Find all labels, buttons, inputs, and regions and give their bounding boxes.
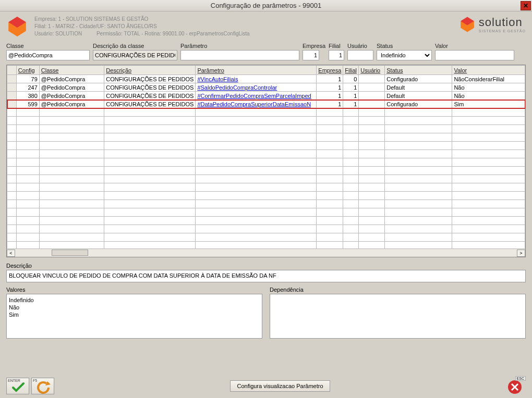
valor-input[interactable] [435, 50, 514, 60]
cell-config: 599 [16, 100, 39, 108]
cell-empresa: 1 [317, 75, 343, 83]
cell-filial: 1 [343, 92, 359, 100]
header-perm: Permissão: TOTAL - Rotina: 99001.00 - er… [96, 31, 250, 36]
app-logo-icon [6, 16, 28, 38]
row-selector[interactable] [7, 83, 17, 92]
cell-usuario [359, 100, 385, 108]
param-link[interactable]: #ConfirmarPedidoCompraSemParcelaImped [197, 93, 311, 99]
param-input[interactable] [180, 50, 299, 60]
table-row[interactable] [7, 150, 525, 158]
table-row[interactable] [7, 108, 525, 117]
filial-input[interactable] [329, 50, 344, 60]
table-row[interactable] [7, 167, 525, 175]
list-item[interactable]: Sim [9, 311, 260, 318]
classe-input[interactable] [6, 50, 90, 60]
row-selector[interactable] [7, 75, 17, 83]
horizontal-scrollbar[interactable]: < > [7, 248, 525, 257]
scroll-thumb[interactable] [52, 250, 88, 256]
dependencia-label: Dependência [270, 287, 526, 293]
cell-desc: CONFIGURAÇÕES DE PEDIDOS [104, 75, 196, 83]
table-row[interactable] [7, 158, 525, 167]
configura-visualizacao-button[interactable]: Configura visualizacao Parâmetro [230, 380, 330, 392]
window-title: Configuração de parâmetros - 99001 [211, 2, 321, 9]
header-area: Empresa: 1 - SOLUTION SISTEMAS E GESTÃO … [0, 11, 532, 40]
cell-status: Default [385, 83, 452, 92]
table-row[interactable] [7, 208, 525, 217]
cell-config: 79 [16, 75, 39, 83]
grid-header-filial[interactable]: Filial [343, 66, 359, 75]
cell-empresa: 1 [317, 100, 343, 108]
footer: ENTER F5 Configura visualizacao Parâmetr… [0, 377, 532, 395]
grid[interactable]: ConfigClasseDescriçãoParâmetroEmpresaFil… [6, 65, 526, 257]
empresa-input[interactable] [303, 50, 319, 60]
valores-panel[interactable]: IndefinidoNãoSim [6, 294, 262, 339]
table-row[interactable]: 380@PedidoCompraCONFIGURAÇÕES DE PEDIDOS… [7, 92, 525, 100]
grid-header-config[interactable]: Config [16, 66, 39, 75]
list-item[interactable]: Indefinido [9, 296, 260, 304]
table-row[interactable] [7, 200, 525, 208]
usuario-label: Usuário [347, 43, 373, 49]
param-link[interactable]: #DataPedidoCompraSuperiorDataEmissaoN [197, 101, 311, 107]
table-row[interactable] [7, 233, 525, 242]
param-link[interactable]: #SaldoPedidoCompraControlar [197, 84, 277, 91]
grid-header-usuario[interactable]: Usuário [359, 66, 385, 75]
table-row[interactable] [7, 133, 525, 142]
table-row[interactable] [7, 217, 525, 225]
table-row[interactable] [7, 175, 525, 183]
enter-button[interactable]: ENTER [6, 378, 29, 394]
cell-status: Configurado [385, 75, 452, 83]
status-select[interactable]: IndefinidoConfiguradoDefault [377, 50, 432, 60]
cell-filial: 1 [343, 83, 359, 92]
brand-name: solution [479, 16, 526, 29]
grid-header-param[interactable]: Parâmetro [196, 66, 317, 75]
row-selector[interactable] [7, 92, 17, 100]
table-row[interactable]: 79@PedidoCompraCONFIGURAÇÕES DE PEDIDOS#… [7, 75, 525, 83]
table-row[interactable] [7, 225, 525, 233]
descricao-value: BLOQUEAR VINCULO DE PEDIDO DE COMPRA COM… [6, 270, 526, 282]
row-selector[interactable] [7, 100, 17, 108]
cell-valor: NãoConsiderarFilial [452, 75, 525, 83]
valores-label: Valores [6, 287, 262, 293]
table-row[interactable] [7, 183, 525, 192]
scroll-right-icon[interactable]: > [517, 250, 525, 257]
empresa-label: Empresa [303, 43, 325, 49]
classe-label: Classe [6, 43, 90, 49]
header-info: Empresa: 1 - SOLUTION SISTEMAS E GESTÃO … [34, 16, 459, 38]
param-link[interactable]: #VincAutoFiliais [197, 76, 238, 82]
grid-header-desc[interactable]: Descrição [104, 66, 196, 75]
cell-classe: @PedidoCompra [39, 83, 104, 92]
cell-desc: CONFIGURAÇÕES DE PEDIDOS [104, 83, 196, 92]
cell-classe: @PedidoCompra [39, 100, 104, 108]
descricao-section: Descrição BLOQUEAR VINCULO DE PEDIDO DE … [6, 263, 526, 282]
table-row[interactable]: 599@PedidoCompraCONFIGURAÇÕES DE PEDIDOS… [7, 100, 525, 108]
header-user: Usuário: SOLUTION [34, 31, 82, 36]
cell-usuario [359, 92, 385, 100]
f5-button[interactable]: F5 [31, 378, 54, 394]
usuario-input[interactable] [347, 50, 373, 60]
list-item[interactable]: Não [9, 304, 260, 311]
titlebar: Configuração de parâmetros - 99001 ✕ [0, 0, 532, 11]
desc-classe-input [93, 50, 177, 60]
table-row[interactable]: 247@PedidoCompraCONFIGURAÇÕES DE PEDIDOS… [7, 83, 525, 92]
cell-config: 247 [16, 83, 39, 92]
table-row[interactable] [7, 117, 525, 125]
desc-classe-label: Descrição da classe [93, 43, 177, 49]
grid-header-classe[interactable]: Classe [39, 66, 104, 75]
header-line2: Filial: 1 - MATRIZ - Cidade/UF: SANTO ÂN… [34, 23, 459, 30]
filial-label: Filial [329, 43, 344, 49]
grid-header-valor[interactable]: Valor [452, 66, 525, 75]
table-row[interactable] [7, 192, 525, 200]
cell-usuario [359, 75, 385, 83]
cell-classe: @PedidoCompra [39, 75, 104, 83]
grid-header-status[interactable]: Status [385, 66, 452, 75]
valor-label: Valor [435, 43, 514, 49]
brand-logo: solution SISTEMAS E GESTÃO [459, 16, 526, 33]
table-row[interactable] [7, 142, 525, 150]
esc-button[interactable]: ESC [506, 377, 526, 395]
scroll-left-icon[interactable]: < [7, 250, 15, 257]
cell-valor: Não [452, 83, 525, 92]
grid-header-empresa[interactable]: Empresa [317, 66, 343, 75]
row-selector-header [7, 66, 17, 75]
table-row[interactable] [7, 125, 525, 133]
close-button[interactable]: ✕ [521, 1, 531, 10]
